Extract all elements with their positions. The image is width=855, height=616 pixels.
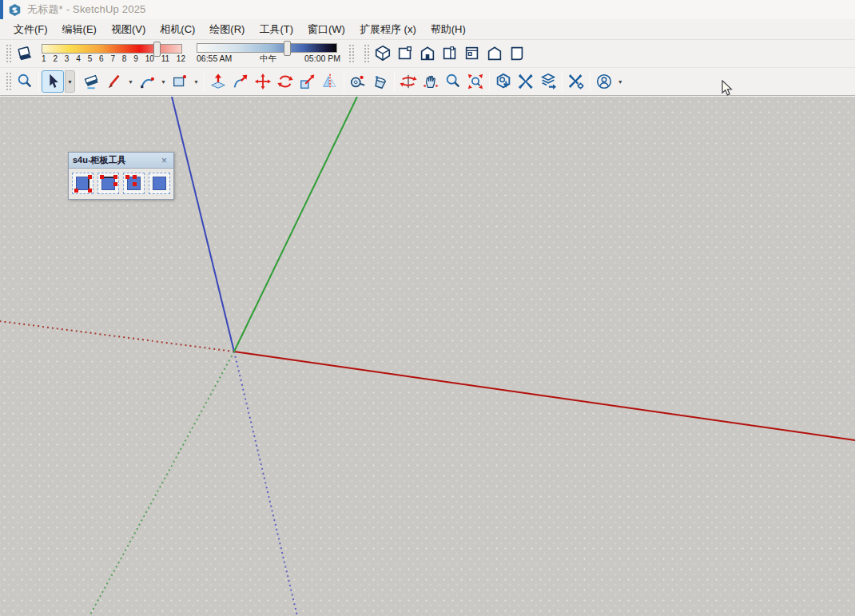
rotate-icon (276, 73, 294, 90)
rotate-tool-button[interactable] (274, 70, 296, 93)
menu-bar: 文件(F)编辑(E)视图(V)相机(C)绘图(R)工具(T)窗口(W)扩展程序 … (0, 19, 855, 40)
time-slider-labels: 06:55 AM中午05:00 PM (197, 54, 340, 65)
shadow-time-slider[interactable] (197, 43, 337, 53)
line-tool-dropdown[interactable]: ▼ (125, 79, 136, 85)
menu-item-7[interactable]: 窗口(W) (300, 19, 352, 40)
zoom-view-tool-button[interactable] (442, 70, 464, 93)
top-view-button[interactable] (394, 42, 416, 65)
orbit-tool-button[interactable] (397, 70, 420, 93)
menu-item-2[interactable]: 编辑(E) (55, 19, 104, 40)
red-handle-dot (133, 175, 137, 179)
zoom-extents-tool-button[interactable] (464, 70, 487, 93)
menu-item-9[interactable]: 帮助(H) (424, 19, 473, 40)
date-tick: 11 (161, 54, 169, 63)
time-slider-handle[interactable] (284, 41, 291, 56)
close-icon[interactable]: × (159, 155, 169, 166)
paint-bucket-icon (372, 73, 389, 90)
arc-tool-button[interactable] (136, 70, 158, 93)
eraser-tool-button[interactable] (81, 70, 103, 93)
left-view-button[interactable] (483, 42, 506, 65)
toolbar-grip[interactable] (6, 44, 11, 63)
account-dropdown[interactable]: ▼ (615, 79, 626, 85)
pencil-icon (105, 73, 123, 90)
front-view-button[interactable] (416, 42, 439, 65)
rectangle-tool-button[interactable] (169, 70, 191, 93)
share-model-button[interactable] (537, 70, 559, 93)
s4u-panel-tool-2-button[interactable] (97, 173, 119, 194)
flip-tool-button[interactable] (319, 70, 341, 93)
red-handle-dot (113, 175, 117, 179)
arc-tool-dropdown[interactable]: ▼ (158, 79, 169, 85)
window-edge-strip (0, 0, 3, 19)
zoom-tool-button[interactable] (14, 70, 36, 93)
date-tick: 4 (76, 54, 81, 63)
tape-measure-tool-button[interactable] (347, 70, 369, 93)
red-handle-dot (125, 175, 129, 179)
shadow-time-slider-group: 06:55 AM中午05:00 PM (197, 43, 340, 65)
rectangle-icon (171, 73, 189, 90)
menu-item-8[interactable]: 扩展程序 (x) (352, 19, 424, 40)
menu-item-6[interactable]: 工具(T) (252, 19, 300, 40)
flip-icon (321, 73, 339, 90)
right-view-icon (441, 45, 459, 62)
menu-item-5[interactable]: 绘图(R) (202, 19, 252, 40)
arc-icon (138, 73, 156, 90)
title-bar: 无标题* - SketchUp 2025 (0, 0, 855, 19)
blue-axis-dotted (234, 352, 297, 616)
panel-square-icon (153, 177, 166, 190)
menu-item-3[interactable]: 视图(V) (104, 19, 153, 40)
iso-view-button[interactable] (372, 42, 394, 65)
extension-manager-button[interactable] (565, 70, 587, 93)
rectangle-tool-dropdown[interactable]: ▼ (191, 79, 201, 85)
date-tick: 12 (177, 54, 185, 63)
toolbar-separator (204, 71, 205, 92)
drawing-canvas[interactable]: s4u-柜板工具 × (0, 97, 855, 616)
green-axis-solid (234, 97, 357, 352)
tape-measure-icon (349, 73, 367, 90)
date-slider-handle[interactable] (153, 42, 161, 57)
zoom-extents-icon (467, 73, 484, 90)
back-view-button[interactable] (461, 42, 483, 65)
s4u-panel-body (69, 169, 173, 199)
red-handle-dot (88, 189, 92, 193)
extension-warehouse-button[interactable] (515, 70, 537, 93)
date-tick: 8 (122, 54, 127, 63)
line-tool-button[interactable] (103, 70, 125, 93)
select-tool-button[interactable] (42, 70, 64, 93)
shadows-toggle-button[interactable] (14, 42, 36, 65)
left-view-icon (486, 45, 503, 62)
time-label: 中午 (260, 54, 276, 65)
s4u-panel-titlebar[interactable]: s4u-柜板工具 × (69, 153, 173, 169)
menu-item-1[interactable]: 文件(F) (6, 19, 55, 40)
push-pull-tool-button[interactable] (207, 70, 229, 93)
blue-axis-solid (172, 97, 234, 352)
back-view-icon (463, 45, 481, 62)
3d-warehouse-button[interactable] (492, 70, 515, 93)
s4u-panel-tool-1-button[interactable] (72, 173, 93, 194)
scale-tool-button[interactable] (296, 70, 319, 93)
paint-bucket-tool-button[interactable] (369, 70, 392, 93)
red-axis-solid (234, 352, 855, 440)
green-axis-dotted (89, 352, 234, 616)
date-tick: 10 (145, 54, 154, 63)
time-label: 05:00 PM (304, 54, 340, 65)
extension-warehouse-icon (517, 73, 535, 90)
menu-item-4[interactable]: 相机(C) (153, 19, 202, 40)
move-tool-button[interactable] (252, 70, 274, 93)
bottom-view-button[interactable] (506, 42, 528, 65)
views-toolbar (361, 42, 528, 65)
s4u-panel-tool-3-button[interactable] (123, 173, 145, 194)
right-view-button[interactable] (439, 42, 461, 65)
shadow-date-slider[interactable] (42, 44, 182, 54)
pan-tool-button[interactable] (420, 70, 442, 93)
extension-manager-icon (567, 73, 585, 90)
share-model-icon (539, 73, 557, 90)
follow-me-tool-button[interactable] (229, 70, 252, 93)
toolbar-grip[interactable] (364, 44, 369, 63)
account-button[interactable] (593, 70, 615, 93)
select-tool-dropdown[interactable]: ▼ (65, 70, 75, 93)
s4u-panel-tool-4-button[interactable] (149, 173, 170, 194)
toolbar-grip[interactable] (6, 72, 11, 91)
toolbar-grip[interactable] (348, 44, 354, 63)
3d-warehouse-icon (495, 73, 512, 90)
